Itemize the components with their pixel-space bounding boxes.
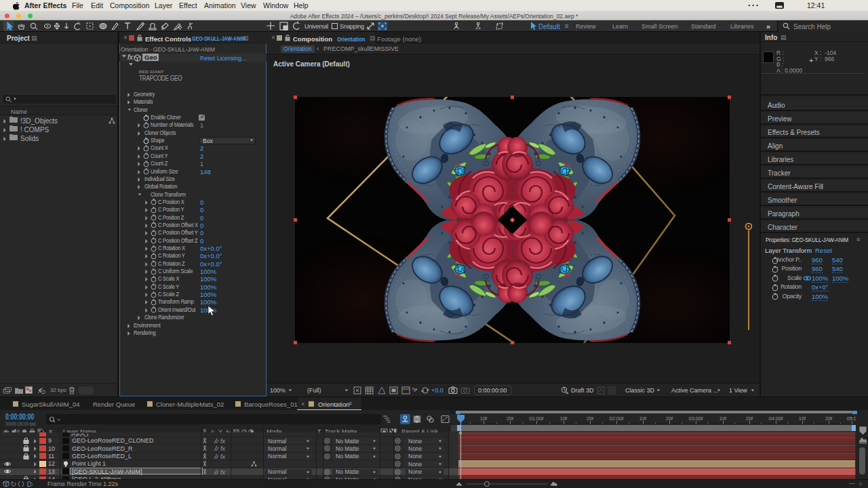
- svg-text:fx: fx: [220, 445, 226, 451]
- svg-text:fx: fx: [220, 469, 226, 475]
- svg-text:fx: fx: [220, 438, 226, 444]
- svg-text:fx: fx: [220, 453, 226, 460]
